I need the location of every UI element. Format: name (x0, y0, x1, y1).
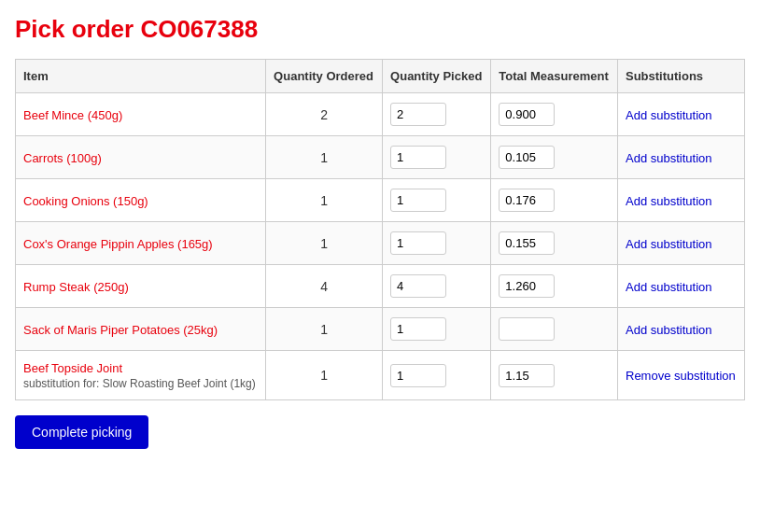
add-substitution-link[interactable]: Add substitution (626, 151, 712, 165)
add-substitution-link[interactable]: Add substitution (626, 280, 712, 294)
qty-picked-input[interactable] (390, 103, 446, 126)
item-name: Cooking Onions (150g) (23, 194, 148, 208)
item-name: Cox's Orange Pippin Apples (165g) (23, 237, 213, 251)
pick-order-table: Item Quantity Ordered Quantity Picked To… (15, 59, 745, 400)
add-substitution-link[interactable]: Add substitution (626, 194, 712, 208)
qty-ordered-cell: 1 (266, 136, 383, 179)
add-substitution-link[interactable]: Add substitution (626, 323, 712, 337)
item-substitution-label: substitution for: Slow Roasting Beef Joi… (23, 377, 256, 390)
total-measurement-input[interactable] (499, 103, 555, 126)
total-measurement-input[interactable] (499, 231, 555, 255)
table-row: Beef Mince (450g)2Add substitution (16, 93, 745, 136)
table-row: Cox's Orange Pippin Apples (165g)1Add su… (16, 222, 745, 265)
table-row: Rump Steak (250g)4Add substitution (16, 265, 745, 308)
add-substitution-link[interactable]: Add substitution (626, 108, 712, 122)
total-measurement-input[interactable] (499, 364, 555, 387)
page-title: Pick order CO067388 (15, 15, 745, 44)
add-substitution-link[interactable]: Add substitution (626, 237, 712, 251)
item-name: Carrots (100g) (23, 151, 102, 165)
col-header-total-measurement: Total Measurement (491, 60, 618, 93)
col-header-qty-picked: Quantity Picked (383, 60, 491, 93)
qty-picked-input[interactable] (390, 274, 446, 298)
total-measurement-input[interactable] (499, 189, 555, 212)
qty-ordered-cell: 1 (266, 308, 383, 351)
item-name: Beef Mince (450g) (23, 108, 122, 122)
qty-picked-input[interactable] (390, 146, 446, 169)
qty-ordered-cell: 1 (266, 179, 383, 222)
total-measurement-input[interactable] (499, 146, 555, 169)
table-row: Sack of Maris Piper Potatoes (25kg)1Add … (16, 308, 745, 351)
qty-picked-input[interactable] (390, 317, 446, 341)
col-header-item: Item (16, 60, 266, 93)
table-row: Cooking Onions (150g)1Add substitution (16, 179, 745, 222)
col-header-qty-ordered: Quantity Ordered (266, 60, 383, 93)
item-name: Sack of Maris Piper Potatoes (25kg) (23, 323, 218, 337)
col-header-substitutions: Substitutions (618, 60, 745, 93)
total-measurement-input[interactable] (499, 317, 555, 341)
total-measurement-input[interactable] (499, 274, 555, 298)
complete-picking-button[interactable]: Complete picking (15, 415, 148, 449)
item-name: Beef Topside Joint (23, 361, 122, 375)
qty-ordered-cell: 4 (266, 265, 383, 308)
table-row: Beef Topside Jointsubstitution for: Slow… (16, 351, 745, 400)
remove-substitution-link[interactable]: Remove substitution (626, 369, 736, 383)
qty-ordered-cell: 1 (266, 351, 383, 400)
qty-ordered-cell: 2 (266, 93, 383, 136)
qty-picked-input[interactable] (390, 231, 446, 255)
table-row: Carrots (100g)1Add substitution (16, 136, 745, 179)
qty-ordered-cell: 1 (266, 222, 383, 265)
item-name: Rump Steak (250g) (23, 280, 129, 294)
qty-picked-input[interactable] (390, 189, 446, 212)
qty-picked-input[interactable] (390, 364, 446, 387)
